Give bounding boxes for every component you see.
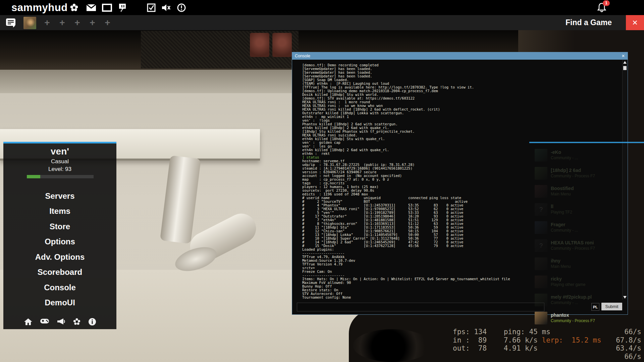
sidebar-item-store[interactable]: Store [3,219,116,234]
flower-icon [70,3,78,12]
console-input-row: PL Submit [292,300,628,314]
rate-value: 63.4/s [616,344,641,353]
scene-wall-shade [0,70,292,93]
megaphone-icon[interactable] [57,318,65,326]
sidebar-item-console[interactable]: Console [3,280,116,295]
sidebar-item-adv-options[interactable]: Adv. Options [3,249,116,265]
gamepad-icon[interactable] [40,318,49,326]
notification-bell[interactable]: 1 [597,2,606,14]
scrollbar-up-icon[interactable] [623,61,627,64]
console-output[interactable]: [demos.tf]: Demo recording completed[Ser… [292,60,623,300]
net-graph-rates: 66/s67.8/s63.4/s66/s [616,328,641,361]
console-line: Tournament config: None [302,296,623,299]
player-name: ven' [3,146,116,157]
player-level: Level: 93 [3,166,116,173]
sidebar-menu: ServersItemsStoreOptionsAdv. OptionsScor… [3,188,116,310]
sidebar-item-items[interactable]: Items [3,204,116,219]
console-scrollbar[interactable] [622,60,627,300]
console-line: Maximum FoV allowed: 90 [302,281,623,285]
scene-weapon-muzzle [353,329,432,362]
console-line: ] status [302,156,623,159]
alert-icon[interactable] [177,3,186,12]
find-a-game-button[interactable]: Find a Game [566,15,612,30]
console-window: Console ✕ [demos.tf]: Demo recording com… [292,52,628,315]
scene-barrel [272,33,292,57]
console-title-bar[interactable]: Console ✕ [292,52,628,60]
console-line: Outstrafer killed [18hdp] Lokka with sca… [302,111,623,115]
muted-speaker-icon[interactable] [161,3,171,12]
console-line: # 15 "Dosik" [U:1:437627128] 45:56 79 0 … [302,244,623,248]
info-icon[interactable] [88,318,96,326]
checkbox-icon[interactable] [147,3,156,12]
mail-icon[interactable] [86,3,97,12]
level-progress-bar [27,175,94,178]
twitch-icon[interactable] [118,3,127,12]
net-graph-line: out: 78 4.91 k/s [453,344,641,353]
main-menu-sidebar: ven' Casual Level: 93 ServersItemsStoreO… [3,142,116,329]
lerp-value: lerp: 15.2 ms [542,336,601,344]
scrollbar-down-icon[interactable] [623,296,627,299]
sidebar-item-servers[interactable]: Servers [3,188,116,204]
monitor-icon[interactable] [102,4,112,12]
sidebar-item-options[interactable]: Options [3,234,116,250]
rate-value: 66/s [616,328,641,336]
scene-barrel [250,33,269,57]
console-line: srctv+ [302,266,623,270]
console-line: map : cp_process_f7 at: 0 x, 0 y, 0 z [302,178,623,181]
scene-pipe-vertical [160,155,201,244]
net-graph-line: fps: 134 ping: 45 ms [453,328,641,336]
home-icon[interactable] [24,318,33,326]
hud-logo: sammyhud [11,2,68,14]
console-line: [ServemeUpdater] has been loaded. [302,74,623,78]
console-line: Bunny Hop: Off [302,285,623,288]
console-line: eth4n : mp_winlimit 1 [302,115,623,119]
flower-icon[interactable] [73,318,81,326]
top-bar: sammyhud [0,0,644,15]
new-tab-button[interactable]: + [70,15,85,30]
new-tab-button[interactable]: + [100,15,115,30]
new-tab-button[interactable]: + [40,15,55,30]
console-line: eth4n killed [18hdp] Stu with quake_rl. [302,137,623,141]
console-command-input[interactable] [297,303,544,311]
sidebar-item-scoreboard[interactable]: Scoreboard [3,265,116,280]
sidebar-footer [3,318,116,326]
console-close-icon[interactable]: ✕ [622,54,625,58]
new-tab-button[interactable]: + [85,15,100,30]
sidebar-item-demoui[interactable]: DemoUI [3,295,116,311]
net-graph: fps: 134 ping: 45 msin : 89 7.66 k/s ler… [453,328,641,361]
notification-badge: 1 [603,0,610,6]
console-input-badge: PL [591,303,599,311]
close-button[interactable]: ✕ [626,15,644,30]
submit-button[interactable]: Submit [601,303,622,310]
tab-bar: +++++ Find a Game ✕ [0,15,644,30]
avatar[interactable] [23,17,36,29]
console-line: ven' : golden cap [302,141,623,144]
new-tab-button[interactable]: + [55,15,70,30]
new-tab-buttons: +++++ [40,15,115,30]
console-title: Console [295,54,622,58]
rate-value: 67.8/s [616,336,641,345]
console-line: eth4n killed [18hdp] 2 6ad with quake_rl… [302,148,623,152]
game-mode: Casual [3,158,116,165]
chat-icon[interactable] [6,18,16,29]
rate-value: 66/s [616,353,641,361]
console-line: Loaded plugins: [302,248,623,251]
console-line: eth4n : rekt [302,152,623,156]
console-line: Freeze Cam: On [302,270,623,274]
console-line: -------------------- [302,251,623,255]
console-line: TFTrue Version 4.79 [302,262,623,266]
console-line: Restore stats: On [302,288,623,292]
level-progress-fill [27,175,40,178]
tf2-game-screen: sammyhud [0,0,644,362]
console-line: Metamod:Source 1.10.7-dev [302,259,623,262]
net-graph-line: in : 89 7.66 k/s lerp: 15.2 ms [453,336,641,345]
scrollbar-thumb[interactable] [623,66,627,70]
